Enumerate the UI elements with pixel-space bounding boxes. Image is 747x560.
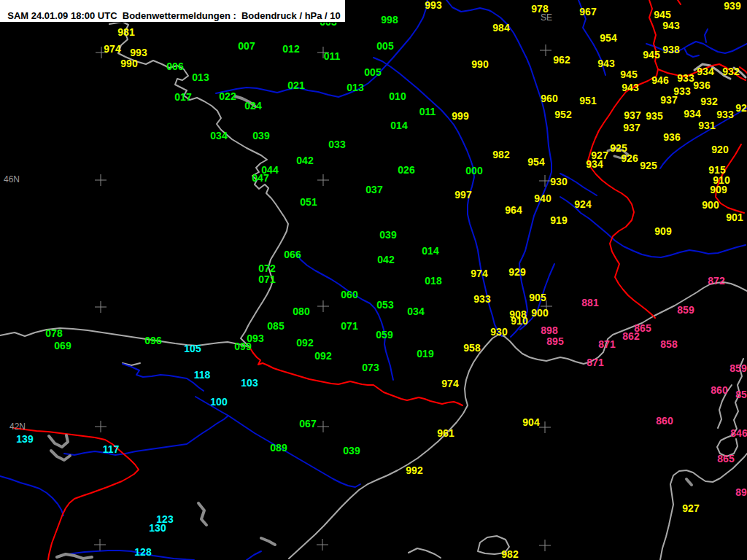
station-pressure-value: 012 xyxy=(282,44,299,54)
station-pressure-value: 047 xyxy=(252,173,268,183)
station-pressure-value: 039 xyxy=(252,131,269,141)
station-pressure-value: 005 xyxy=(364,67,381,77)
river-line xyxy=(684,48,699,57)
grid-cross-icon xyxy=(317,539,328,551)
station-pressure-value: 939 xyxy=(724,1,740,11)
station-pressure-value: 860 xyxy=(656,416,673,426)
station-pressure-value: 080 xyxy=(293,306,309,316)
thick-line xyxy=(57,554,92,559)
grid-cross-icon xyxy=(94,539,106,551)
station-pressure-value: 982 xyxy=(492,149,509,160)
station-pressure-value: 128 xyxy=(134,547,151,557)
station-pressure-value: 937 xyxy=(624,110,640,120)
coast-line xyxy=(109,22,288,347)
station-pressure-value: 060 xyxy=(341,289,357,300)
station-pressure-value: 924 xyxy=(574,199,591,209)
station-pressure-value: 905 xyxy=(529,292,546,303)
station-pressure-value: 103 xyxy=(241,378,258,388)
station-pressure-value: 039 xyxy=(379,230,396,240)
station-pressure-value: 934 xyxy=(586,159,603,169)
station-pressure-value: 898 xyxy=(541,325,557,335)
river-line xyxy=(247,551,261,560)
grid-cross-icon xyxy=(95,174,107,186)
station-pressure-value: 937 xyxy=(623,122,640,133)
station-pressure-value: 021 xyxy=(287,80,304,90)
grid-cross-icon xyxy=(317,174,329,186)
river-line xyxy=(123,364,204,391)
station-pressure-value: 927 xyxy=(682,503,699,513)
river-line xyxy=(446,0,551,337)
station-pressure-value: 998 xyxy=(381,15,398,25)
station-pressure-value: 961 xyxy=(437,428,454,438)
station-pressure-value: 920 xyxy=(711,144,728,155)
station-pressure-value: 932 xyxy=(722,66,739,77)
station-pressure-value: 943 xyxy=(597,58,614,69)
station-pressure-value: 933 xyxy=(716,109,733,120)
station-pressure-value: 930 xyxy=(490,327,507,337)
station-pressure-value: 022 xyxy=(219,91,236,101)
station-pressure-value: 017 xyxy=(174,92,191,102)
station-pressure-value: 011 xyxy=(324,51,341,61)
station-pressure-value: 925 xyxy=(640,160,657,171)
station-pressure-value: 859 xyxy=(677,305,694,315)
thick-line xyxy=(51,451,70,460)
map-label: 46N xyxy=(4,175,20,184)
station-pressure-value: 006 xyxy=(166,61,183,71)
station-pressure-value: 033 xyxy=(328,139,345,149)
station-pressure-value: 019 xyxy=(417,349,433,359)
thick-line xyxy=(49,435,68,447)
station-pressure-value: 881 xyxy=(581,298,598,308)
station-pressure-value: 051 xyxy=(300,197,317,207)
station-pressure-value: 945 xyxy=(620,69,637,79)
station-pressure-value: 990 xyxy=(120,58,137,69)
station-pressure-value: 860 xyxy=(711,385,727,395)
station-pressure-value: 066 xyxy=(284,249,301,260)
station-pressure-value: 932 xyxy=(700,96,717,106)
station-pressure-value: 858 xyxy=(660,339,677,349)
station-pressure-value: 096 xyxy=(144,335,161,346)
river-line xyxy=(705,29,708,42)
station-pressure-value: 859 xyxy=(729,363,746,373)
station-pressure-value: 929 xyxy=(508,267,525,277)
station-pressure-value: 018 xyxy=(425,276,441,286)
map-label: SE xyxy=(541,13,552,22)
station-pressure-value: 071 xyxy=(341,321,357,331)
station-pressure-value: 067 xyxy=(299,419,316,429)
station-pressure-value: 078 xyxy=(45,328,62,338)
station-pressure-value: 962 xyxy=(553,55,570,65)
station-pressure-value: 954 xyxy=(527,157,544,167)
station-pressure-value: 042 xyxy=(377,254,394,265)
station-pressure-value: 999 xyxy=(452,111,468,121)
station-pressure-value: 901 xyxy=(726,212,743,222)
title-bar: SAM 24.01.09 18:00 UTC Bodenwettermeldun… xyxy=(0,0,346,23)
station-pressure-value: 089 xyxy=(270,443,287,453)
map-canvas[interactable]: 9419569799819749939909909949939789679849… xyxy=(0,0,747,560)
station-pressure-value: 933 xyxy=(677,73,694,83)
station-pressure-value: 862 xyxy=(622,331,639,341)
station-pressure-value: 952 xyxy=(554,109,571,120)
title-text: SAM 24.01.09 18:00 UTC Bodenwettermeldun… xyxy=(7,10,341,21)
station-pressure-value: 958 xyxy=(463,343,480,353)
station-pressure-value: 034 xyxy=(407,306,424,316)
station-pressure-value: 139 xyxy=(16,434,33,444)
station-pressure-value: 904 xyxy=(522,417,539,427)
station-pressure-value: 042 xyxy=(296,155,313,166)
station-pressure-value: 865 xyxy=(717,454,734,464)
station-pressure-value: 951 xyxy=(579,96,596,106)
station-pressure-value: 943 xyxy=(622,82,638,93)
station-pressure-value: 872 xyxy=(708,276,724,286)
grid-cross-icon xyxy=(539,540,551,551)
coast-line xyxy=(409,548,441,558)
station-pressure-value: 871 xyxy=(598,339,615,349)
station-pressure-value: 940 xyxy=(534,193,551,203)
station-pressure-value: 900 xyxy=(531,308,548,318)
station-pressure-value: 974 xyxy=(471,268,487,279)
station-pressure-value: 993 xyxy=(425,0,441,10)
station-pressure-value: 900 xyxy=(702,200,719,210)
coast-line xyxy=(660,454,747,560)
station-pressure-value: 935 xyxy=(646,111,662,121)
station-pressure-value: 981 xyxy=(117,27,134,37)
station-pressure-value: 967 xyxy=(579,7,596,17)
station-pressure-value: 085 xyxy=(267,321,284,331)
station-pressure-value: 059 xyxy=(376,330,392,340)
